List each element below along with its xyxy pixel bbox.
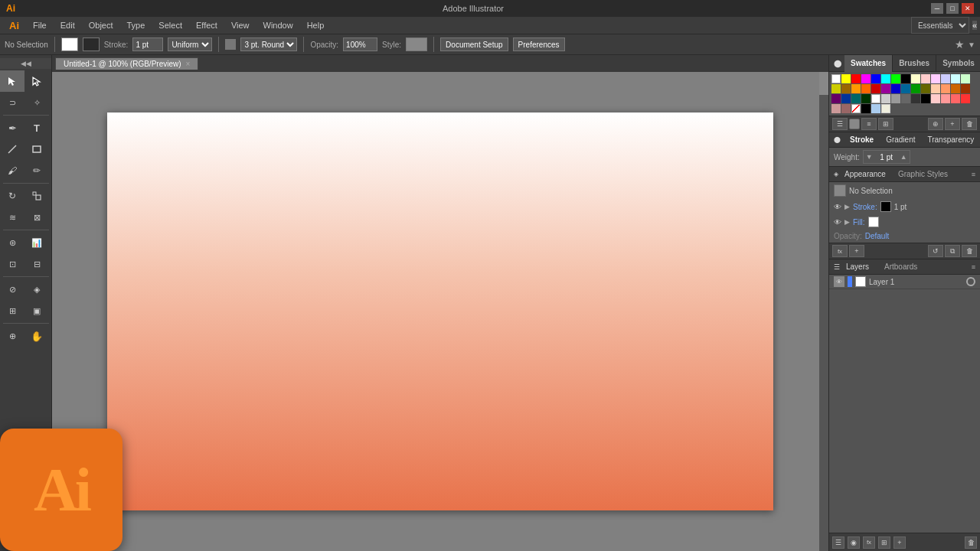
panel-toggle-button[interactable]: «	[972, 21, 977, 30]
swatch-forestgreen[interactable]	[861, 94, 871, 103]
preferences-button[interactable]: Preferences	[513, 37, 565, 51]
layers-label[interactable]: Layers	[846, 262, 869, 271]
new-swatch-button[interactable]: +	[945, 118, 960, 130]
swatch-blue[interactable]	[871, 74, 880, 83]
swatch-libraries-button[interactable]: ☰	[832, 118, 848, 130]
weight-value-input[interactable]	[875, 153, 898, 161]
add-new-fill-button[interactable]: +	[849, 245, 864, 257]
delete-item-button[interactable]: 🗑	[962, 245, 977, 257]
swatch-peach[interactable]	[931, 84, 940, 93]
swatch-lightred2[interactable]	[931, 94, 940, 103]
menu-select[interactable]: Select	[152, 19, 188, 31]
layers-panel-menu[interactable]: ≡	[972, 263, 975, 271]
layer-name[interactable]: Layer 1	[869, 278, 963, 286]
swatch-darkyellow[interactable]	[831, 84, 841, 93]
selection-tool-button[interactable]	[0, 70, 24, 92]
scroll-thumb[interactable]	[819, 72, 828, 95]
swatch-maroon[interactable]	[961, 84, 970, 93]
fill-expand-arrow[interactable]: ▶	[844, 218, 850, 226]
symbol-sprayer-button[interactable]: ⊛	[0, 232, 24, 253]
workspace-selector[interactable]: Essentials	[911, 17, 969, 34]
swatch-mgray[interactable]	[891, 94, 900, 103]
swatch-salmon[interactable]	[941, 84, 950, 93]
rotate-tool-button[interactable]: ↻	[0, 185, 24, 207]
menu-effect[interactable]: Effect	[190, 19, 224, 31]
column-chart-button[interactable]: 📊	[24, 232, 49, 253]
gradient-tool-button[interactable]: ▣	[24, 300, 49, 321]
tab-symbols[interactable]: Symbols	[936, 55, 980, 72]
close-button[interactable]: ✕	[962, 3, 974, 14]
weight-decrement-icon[interactable]: ▼	[864, 153, 875, 161]
style-swatch[interactable]	[406, 37, 427, 51]
menu-help[interactable]: Help	[301, 19, 331, 31]
tab-gradient[interactable]: Gradient	[883, 135, 918, 144]
fill-visibility-eye[interactable]: 👁	[834, 218, 841, 227]
swatch-darkgreen[interactable]	[911, 84, 920, 93]
swatch-pale[interactable]	[881, 104, 890, 113]
layer-target-circle[interactable]	[966, 277, 975, 286]
swatch-green[interactable]	[891, 74, 900, 83]
document-tab-close[interactable]: ×	[186, 60, 191, 68]
menu-file[interactable]: File	[27, 19, 53, 31]
swatch-lightgreen[interactable]	[961, 74, 970, 83]
swatch-lgray[interactable]	[881, 94, 890, 103]
new-layer-button[interactable]: ⊞	[878, 536, 890, 549]
swatch-white2[interactable]	[871, 94, 880, 103]
tab-swatches[interactable]: Swatches	[844, 55, 893, 72]
stroke-type-select[interactable]: Uniform	[168, 37, 212, 51]
line-tool-button[interactable]	[0, 139, 24, 160]
lasso-tool-button[interactable]: ⊃	[0, 92, 24, 113]
duplicate-item-button[interactable]: ⧉	[945, 245, 960, 257]
opacity-appear-value[interactable]: Default	[865, 232, 890, 240]
swatch-pink[interactable]	[941, 94, 950, 103]
delete-layer-button[interactable]: 🗑	[965, 536, 977, 549]
swatch-tomato[interactable]	[961, 94, 970, 103]
swatch-cyan[interactable]	[881, 74, 890, 83]
menu-view[interactable]: View	[225, 19, 256, 31]
swatch-brown[interactable]	[841, 84, 851, 93]
type-tool-button[interactable]: T	[24, 117, 49, 139]
swatch-dgray[interactable]	[901, 94, 910, 103]
fx-button[interactable]: fx	[863, 536, 875, 549]
slice-tool-button[interactable]: ⊟	[24, 253, 49, 275]
swatch-lightcyan[interactable]	[951, 74, 960, 83]
menu-window[interactable]: Window	[257, 19, 299, 31]
swatch-black2[interactable]	[921, 94, 930, 103]
tab-brushes[interactable]: Brushes	[893, 55, 936, 72]
swatch-red[interactable]	[851, 74, 861, 83]
canvas-area[interactable]	[52, 72, 828, 551]
swatch-darkred[interactable]	[871, 84, 880, 93]
swatch-show-list-button[interactable]: ≡	[861, 118, 877, 130]
swatch-lightviolet[interactable]	[931, 74, 940, 83]
swatch-lightpink[interactable]	[921, 74, 930, 83]
clear-appearance-button[interactable]: ↺	[928, 245, 943, 257]
direct-selection-tool-button[interactable]	[24, 70, 49, 92]
scale-tool-button[interactable]	[24, 185, 49, 207]
swatch-ddgray[interactable]	[911, 94, 920, 103]
free-transform-button[interactable]: ⊠	[24, 207, 49, 228]
vertical-scrollbar[interactable]	[819, 72, 828, 551]
blend-tool-button[interactable]: ◈	[24, 279, 49, 300]
color-panel-header[interactable]: ⬤ Swatches Brushes Symbols ≡	[829, 55, 980, 72]
locate-object-button[interactable]: ◉	[848, 536, 860, 549]
swatch-darkblue[interactable]	[891, 84, 900, 93]
swatch-rosybrown[interactable]	[831, 104, 841, 113]
swatch-darkpurple[interactable]	[881, 84, 890, 93]
magic-wand-tool-button[interactable]: ✧	[24, 92, 49, 113]
add-new-stroke-button[interactable]: fx	[832, 245, 848, 257]
swatch-teal[interactable]	[901, 84, 910, 93]
swatch-orange[interactable]	[851, 84, 861, 93]
swatch-darkorange[interactable]	[861, 84, 871, 93]
appearance-panel-header[interactable]: ◈ Appearance Graphic Styles ≡	[829, 167, 980, 182]
swatch-white[interactable]	[831, 74, 841, 83]
stroke-visibility-eye[interactable]: 👁	[834, 203, 841, 211]
swatch-olive[interactable]	[921, 84, 930, 93]
layers-library-button[interactable]: ☰	[832, 536, 844, 549]
warp-tool-button[interactable]: ≋	[0, 207, 24, 228]
document-setup-button[interactable]: Document Setup	[440, 37, 508, 51]
swatch-yellow[interactable]	[841, 74, 851, 83]
stroke-expand-arrow[interactable]: ▶	[844, 203, 850, 210]
tab-transparency[interactable]: Transparency	[924, 135, 977, 144]
swatch-light-blue2[interactable]	[871, 104, 880, 113]
paintbrush-tool-button[interactable]: 🖌	[0, 160, 24, 181]
